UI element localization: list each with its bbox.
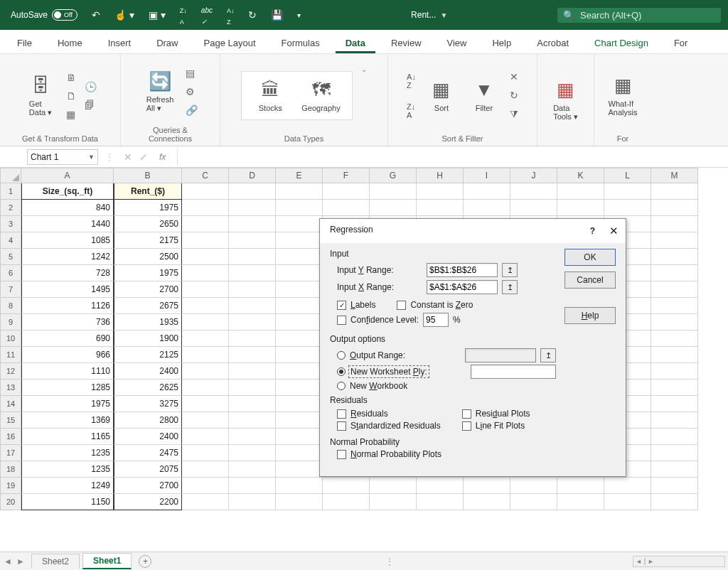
row-header-12[interactable]: 12 xyxy=(0,363,21,380)
queries-icon[interactable]: ▤ xyxy=(186,68,198,79)
existing-connections-icon[interactable]: 🗐 xyxy=(85,100,97,111)
row-header-18[interactable]: 18 xyxy=(0,461,21,478)
cell-L1[interactable] xyxy=(604,183,651,200)
labels-checkbox[interactable]: ✓ xyxy=(337,301,346,310)
cell-A15[interactable]: 1369 xyxy=(21,412,114,429)
row-header-19[interactable]: 19 xyxy=(0,478,21,494)
cell-B4[interactable]: 2175 xyxy=(114,232,182,249)
name-box[interactable]: Chart 1 ▼ xyxy=(27,149,98,165)
undo-icon[interactable]: ↶ xyxy=(92,9,100,21)
cell-L2[interactable] xyxy=(604,200,651,216)
std-residuals-checkbox[interactable] xyxy=(337,421,346,431)
sort-asc-icon[interactable]: A↓Z xyxy=(407,72,416,90)
col-header-J[interactable]: J xyxy=(510,168,557,183)
col-header-L[interactable]: L xyxy=(604,168,651,183)
filter-button[interactable]: ▼Filter xyxy=(467,79,501,112)
from-web-icon[interactable]: 🗋 xyxy=(66,90,76,102)
advanced-filter-icon[interactable]: ⧩ xyxy=(510,108,518,120)
residual-plots-checkbox[interactable] xyxy=(462,409,471,419)
cell-M20[interactable] xyxy=(651,494,698,510)
row-header-2[interactable]: 2 xyxy=(0,200,21,216)
cell-E5[interactable] xyxy=(276,249,323,265)
cell-B18[interactable]: 2075 xyxy=(114,461,182,478)
cell-A17[interactable]: 1235 xyxy=(21,445,114,461)
cell-M10[interactable] xyxy=(651,330,698,347)
from-text-icon[interactable]: 🗎 xyxy=(66,72,76,83)
sort-button[interactable]: ▦Sort xyxy=(424,79,459,112)
row-header-4[interactable]: 4 xyxy=(0,232,21,249)
row-header-7[interactable]: 7 xyxy=(0,281,21,298)
row-header-5[interactable]: 5 xyxy=(0,249,21,265)
cell-C5[interactable] xyxy=(182,249,229,265)
cell-B8[interactable]: 2675 xyxy=(114,298,182,314)
cell-K1[interactable] xyxy=(557,183,604,200)
cell-C16[interactable] xyxy=(182,429,229,445)
cell-C7[interactable] xyxy=(182,281,229,298)
cell-C13[interactable] xyxy=(182,380,229,396)
cell-G20[interactable] xyxy=(370,494,417,510)
cell-D19[interactable] xyxy=(229,478,276,494)
select-all-cell[interactable] xyxy=(0,168,21,183)
cell-D11[interactable] xyxy=(229,347,276,363)
whatif-button[interactable]: ▦What-IfAnalysis xyxy=(606,75,640,117)
cell-M11[interactable] xyxy=(651,347,698,363)
cell-C2[interactable] xyxy=(182,200,229,216)
clear-filter-icon[interactable]: ✕ xyxy=(510,71,518,82)
cell-M4[interactable] xyxy=(651,232,698,249)
horizontal-scrollbar[interactable] xyxy=(633,556,725,567)
new-worksheet-input[interactable] xyxy=(471,365,556,379)
cell-B7[interactable]: 2700 xyxy=(114,281,182,298)
cell-I19[interactable] xyxy=(464,478,510,494)
cell-I1[interactable] xyxy=(464,183,510,200)
cell-C19[interactable] xyxy=(182,478,229,494)
cell-E13[interactable] xyxy=(276,380,323,396)
cell-B1[interactable]: Rent_($) xyxy=(114,183,182,200)
cell-D5[interactable] xyxy=(229,249,276,265)
normal-plots-checkbox[interactable] xyxy=(337,450,346,459)
conf-level-input[interactable] xyxy=(423,313,449,327)
cell-E14[interactable] xyxy=(276,396,323,412)
row-header-8[interactable]: 8 xyxy=(0,298,21,314)
tab-chart-design[interactable]: Chart Design xyxy=(584,33,658,53)
cell-A16[interactable]: 1165 xyxy=(21,429,114,445)
sheet-tab-sheet1[interactable]: Sheet1 xyxy=(82,553,132,569)
cell-D14[interactable] xyxy=(229,396,276,412)
cell-G19[interactable] xyxy=(370,478,417,494)
sheet-tab-sheet2[interactable]: Sheet2 xyxy=(31,554,80,569)
cell-A19[interactable]: 1249 xyxy=(21,478,114,494)
tab-acrobat[interactable]: Acrobat xyxy=(527,33,579,53)
y-range-picker-button[interactable]: ↥ xyxy=(502,263,518,277)
cell-E3[interactable] xyxy=(276,216,323,232)
cell-F19[interactable] xyxy=(323,478,370,494)
row-header-1[interactable]: 1 xyxy=(0,183,21,200)
row-header-10[interactable]: 10 xyxy=(0,330,21,347)
col-header-A[interactable]: A xyxy=(21,168,114,183)
cell-M9[interactable] xyxy=(651,314,698,330)
cell-E4[interactable] xyxy=(276,232,323,249)
touch-mode-icon[interactable]: ☝ ▾ xyxy=(114,9,134,21)
tab-file[interactable]: File xyxy=(7,33,42,53)
cell-E6[interactable] xyxy=(276,265,323,281)
cell-H20[interactable] xyxy=(417,494,464,510)
cell-D9[interactable] xyxy=(229,314,276,330)
cell-M17[interactable] xyxy=(651,445,698,461)
dialog-titlebar[interactable]: Regression ? ✕ xyxy=(320,219,626,243)
cell-C20[interactable] xyxy=(182,494,229,510)
cell-H19[interactable] xyxy=(417,478,464,494)
cell-C18[interactable] xyxy=(182,461,229,478)
cell-K19[interactable] xyxy=(557,478,604,494)
cell-M13[interactable] xyxy=(651,380,698,396)
cell-L19[interactable] xyxy=(604,478,651,494)
namebox-dropdown-icon[interactable]: ▼ xyxy=(88,154,95,161)
x-range-input[interactable] xyxy=(427,280,498,294)
cell-C4[interactable] xyxy=(182,232,229,249)
row-header-14[interactable]: 14 xyxy=(0,396,21,412)
cell-C6[interactable] xyxy=(182,265,229,281)
cell-D1[interactable] xyxy=(229,183,276,200)
cell-A2[interactable]: 840 xyxy=(21,200,114,216)
tab-format[interactable]: For xyxy=(664,33,698,53)
sort-az-icon[interactable]: Z↓A xyxy=(180,4,187,26)
from-table-icon[interactable]: ▦ xyxy=(66,109,76,120)
cell-G2[interactable] xyxy=(370,200,417,216)
cell-M6[interactable] xyxy=(651,265,698,281)
